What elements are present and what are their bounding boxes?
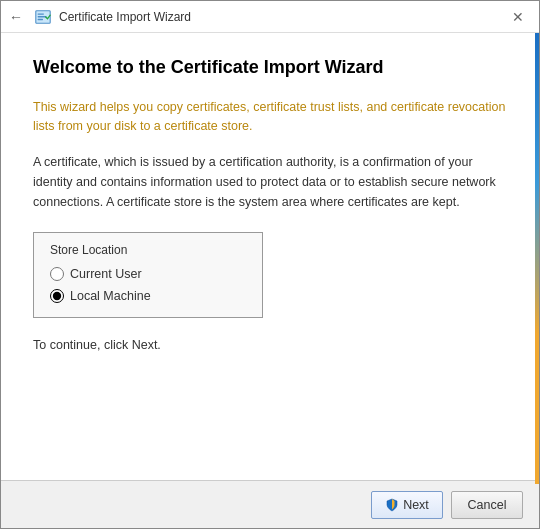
current-user-option[interactable]: Current User xyxy=(50,267,246,281)
cancel-label: Cancel xyxy=(468,498,507,512)
svg-rect-3 xyxy=(38,18,43,19)
current-user-radio[interactable] xyxy=(50,267,64,281)
wizard-icon xyxy=(33,7,53,27)
footer: Next Cancel xyxy=(1,480,539,528)
page-title: Welcome to the Certificate Import Wizard xyxy=(33,57,507,78)
intro-paragraph: This wizard helps you copy certificates,… xyxy=(33,98,507,136)
shield-icon xyxy=(385,498,399,512)
next-label: Next xyxy=(403,498,429,512)
local-machine-radio[interactable] xyxy=(50,289,64,303)
local-machine-option[interactable]: Local Machine xyxy=(50,289,246,303)
next-button[interactable]: Next xyxy=(371,491,443,519)
current-user-label: Current User xyxy=(70,267,142,281)
content-area: Welcome to the Certificate Import Wizard… xyxy=(1,33,539,480)
store-location-group: Store Location Current User Local Machin… xyxy=(33,232,263,318)
close-button[interactable]: ✕ xyxy=(505,4,531,30)
window-title: Certificate Import Wizard xyxy=(59,10,191,24)
continue-paragraph: To continue, click Next. xyxy=(33,338,507,352)
wizard-window: ← Certificate Import Wizard ✕ Welcome to… xyxy=(0,0,540,529)
description-paragraph: A certificate, which is issued by a cert… xyxy=(33,152,507,212)
back-button[interactable]: ← xyxy=(9,9,23,25)
store-location-legend: Store Location xyxy=(50,243,246,257)
local-machine-label: Local Machine xyxy=(70,289,151,303)
cancel-button[interactable]: Cancel xyxy=(451,491,523,519)
accent-bar xyxy=(535,33,539,484)
svg-rect-1 xyxy=(38,13,44,14)
title-bar: ← Certificate Import Wizard ✕ xyxy=(1,1,539,33)
